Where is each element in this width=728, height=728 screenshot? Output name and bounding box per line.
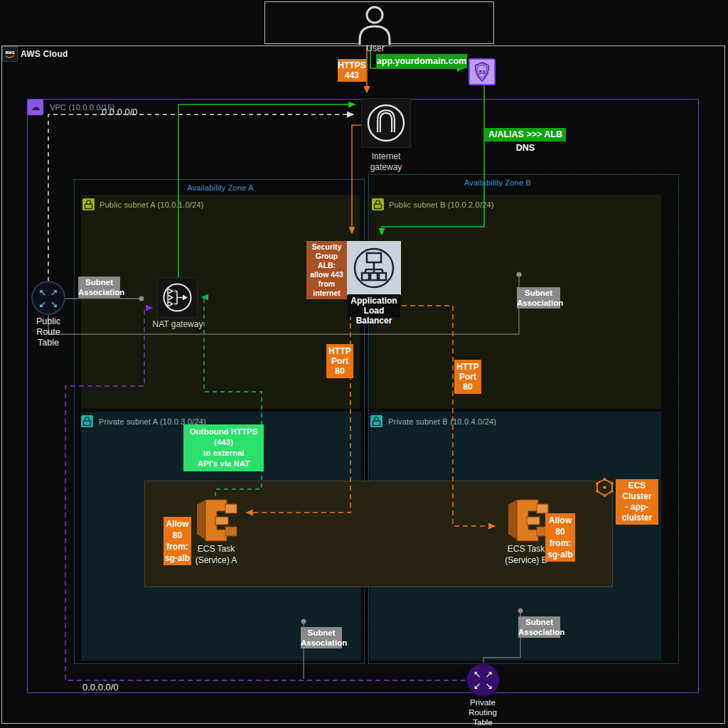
ecs-cluster-badge: ECS Cluster - app- cluister	[616, 479, 658, 525]
public-subnet-a-lock-icon	[82, 198, 95, 210]
ecs-task-a-icon	[187, 495, 242, 550]
private-subnet-a-lock-icon	[81, 415, 93, 427]
domain-badge: app.yourdomain.com	[376, 54, 467, 68]
application-load-balancer-icon	[347, 241, 401, 295]
route-0000-top-label: 0.0.0.0/0	[102, 107, 138, 117]
public-route-table-icon: ↖ ↗ ↙ ↘	[33, 282, 64, 314]
http-port-80-badge-a: HTTP Port 80	[326, 344, 353, 378]
private-routing-table-label: Private Routing Table	[462, 697, 503, 727]
architecture-diagram: aws AWS Cloud ☁ VPC (10.0.0.0/16) Availa…	[0, 0, 728, 728]
route53-icon: 53	[469, 58, 496, 85]
subnet-association-badge-public-a: Subnet Association	[78, 277, 120, 298]
outbound-https-badge: Outbound HTTPS (443) to external API's v…	[183, 424, 264, 471]
allow-80-sg-alb-badge-a: Allow 80 from: sg-alb	[164, 517, 191, 565]
ecs-task-a-label: ECS Task (Service) A	[186, 543, 246, 566]
user-icon	[354, 4, 395, 48]
internet-gateway-label: Internet gateway	[361, 151, 411, 173]
svg-text:aws: aws	[5, 50, 14, 55]
allow-80-sg-alb-badge-b: Allow 80 from: sg-alb	[545, 513, 575, 562]
http-port-80-badge-b: HTTP Port 80	[454, 360, 481, 394]
public-route-table-label: Public Route Table	[28, 316, 68, 348]
aws-logo-icon: aws	[2, 46, 18, 62]
route-0000-bottom-label: 0.0.0.0/0	[82, 682, 119, 692]
private-subnet-b-lock-icon	[370, 415, 382, 427]
user-label: User	[359, 43, 392, 53]
private-routing-table-icon: ↖ ↗ ↙ ↘	[467, 664, 499, 696]
alias-record-badge: A/ALIAS >>> ALB DNS	[485, 128, 566, 141]
security-group-alb-badge: Security Group ALB: allow 443 from inter…	[306, 241, 347, 299]
ecs-cluster-icon	[595, 478, 614, 500]
internet-gateway-icon	[362, 99, 410, 147]
vpc-icon: ☁	[28, 100, 43, 115]
subnet-association-badge-private-a: Subnet Association	[301, 627, 342, 648]
public-subnet-b-lock-icon	[372, 198, 384, 210]
subnet-association-badge-public-b: Subnet Association	[517, 287, 560, 309]
route53-number: 53	[479, 69, 486, 75]
subnet-association-badge-private-b: Subnet Association	[518, 616, 560, 638]
application-load-balancer-label: Application Load Balancer	[348, 294, 400, 317]
nat-gateway-label: NAT gateway	[146, 319, 210, 329]
https-443-badge: HTTPS 443	[338, 59, 366, 82]
nat-gateway-icon	[158, 278, 197, 317]
